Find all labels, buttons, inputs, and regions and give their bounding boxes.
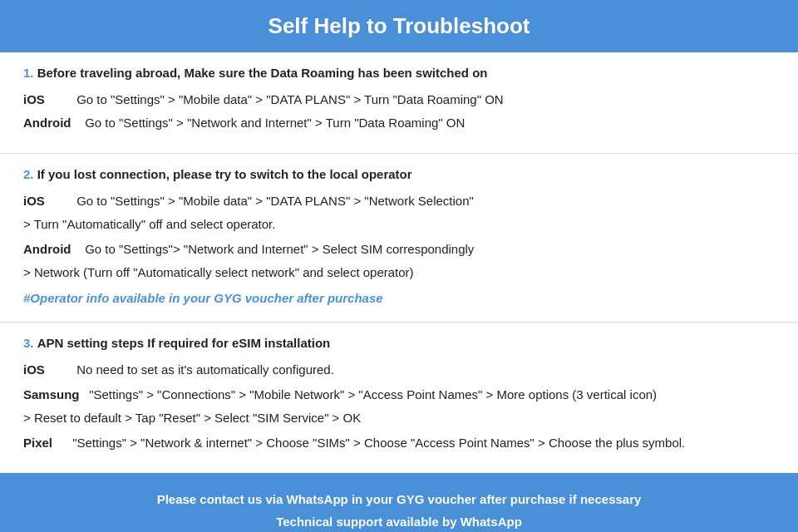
section-3-samsung-continuation: > Reset to default > Tap "Reset" > Selec… xyxy=(23,411,361,425)
section-2-android-continuation: > Network (Turn off "Automatically selec… xyxy=(23,265,414,279)
section-2-ios-label: iOS xyxy=(23,191,73,211)
section-1-ios-label: iOS xyxy=(23,90,73,110)
section-1-title: 1. Before traveling abroad, Make sure th… xyxy=(23,66,775,80)
section-2-ios-row: iOS Go to "Settings" > "Mobile data" > "… xyxy=(23,191,775,211)
page-title: Self Help to Troubleshoot xyxy=(17,13,781,39)
section-3-ios-text: No need to set as it's automatically con… xyxy=(76,362,334,377)
section-3-pixel-label: Pixel xyxy=(23,433,69,453)
section-1-ios-row: iOS Go to "Settings" > "Mobile data" > "… xyxy=(23,90,775,110)
section-1-android-label: Android xyxy=(23,113,81,133)
page-header: Self Help to Troubleshoot xyxy=(0,0,798,52)
section-2-title-text: If you lost connection, please try to sw… xyxy=(37,167,412,181)
page-footer: Please contact us via WhatsApp in your G… xyxy=(0,473,798,532)
section-2-title: 2. If you lost connection, please try to… xyxy=(23,167,775,181)
section-2-android-row: Android Go to "Settings"> "Network and I… xyxy=(23,239,775,259)
section-3-num: 3. xyxy=(23,336,34,350)
section-2-android-label: Android xyxy=(23,239,81,259)
section-2-ios-text: Go to "Settings" > "Mobile data" > "DATA… xyxy=(76,194,474,208)
section-2-ios-cont: > Turn "Automatically" off and select op… xyxy=(23,214,775,234)
section-2-ios-continuation: > Turn "Automatically" off and select op… xyxy=(23,217,275,231)
footer-line2: Technical support available by WhatsApp xyxy=(17,510,781,532)
footer-line1: Please contact us via WhatsApp in your G… xyxy=(17,488,781,510)
section-2-num: 2. xyxy=(23,167,34,181)
section-3-samsung-row: Samsung "Settings" > "Connections" > "Mo… xyxy=(23,385,775,405)
section-2-android-text: Go to "Settings"> "Network and Internet"… xyxy=(85,242,474,256)
section-3-samsung-cont: > Reset to default > Tap "Reset" > Selec… xyxy=(23,408,775,428)
section-3-ios-row: iOS No need to set as it's automatically… xyxy=(23,360,775,380)
section-3-pixel-row: Pixel "Settings" > "Network & internet" … xyxy=(23,433,775,453)
section-3-samsung-text: "Settings" > "Connections" > "Mobile Net… xyxy=(89,387,657,401)
section-1-title-text: Before traveling abroad, Make sure the D… xyxy=(37,66,488,80)
section-3-samsung-label: Samsung xyxy=(23,385,86,405)
section-3-title-text: APN setting steps If required for eSIM i… xyxy=(37,336,331,350)
section-1-android-text: Go to "Settings" > "Network and Internet… xyxy=(85,116,465,130)
section-2-android-cont: > Network (Turn off "Automatically selec… xyxy=(23,263,775,283)
section-1: 1. Before traveling abroad, Make sure th… xyxy=(0,52,798,154)
section-3: 3. APN setting steps If required for eSI… xyxy=(0,323,798,473)
section-1-num: 1. xyxy=(23,66,34,80)
section-3-pixel-text: "Settings" > "Network & internet" > Choo… xyxy=(72,436,685,450)
section-1-ios-text: Go to "Settings" > "Mobile data" > "DATA… xyxy=(76,92,504,106)
operator-note: #Operator info available in your GYG vou… xyxy=(23,291,775,305)
section-2: 2. If you lost connection, please try to… xyxy=(0,154,798,323)
section-3-title: 3. APN setting steps If required for eSI… xyxy=(23,336,775,350)
section-1-android-row: Android Go to "Settings" > "Network and … xyxy=(23,113,775,133)
section-3-ios-label: iOS xyxy=(23,360,73,380)
